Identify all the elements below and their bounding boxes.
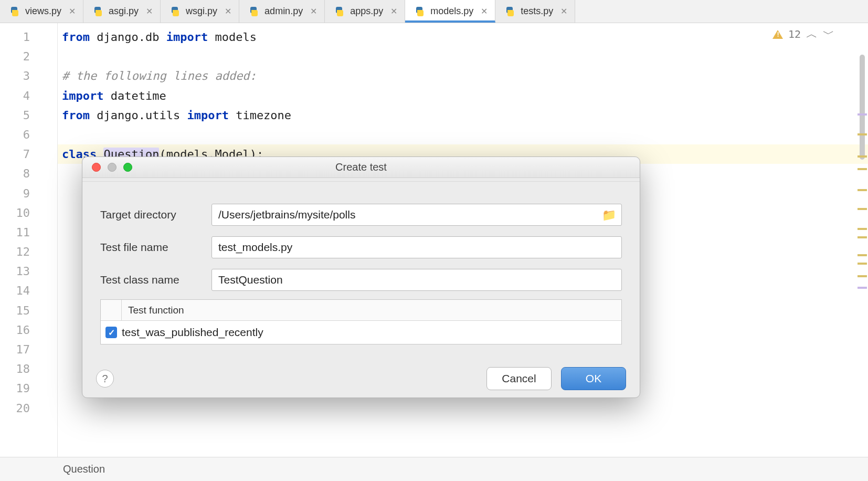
test-class-name-field[interactable]: TestQuestion xyxy=(211,269,622,291)
test-class-name-label: Test class name xyxy=(100,274,211,286)
close-icon[interactable]: ✕ xyxy=(146,6,153,16)
close-icon[interactable]: ✕ xyxy=(481,6,488,16)
marker[interactable] xyxy=(858,113,867,116)
tab-label: apps.py xyxy=(350,6,383,17)
python-file-icon xyxy=(93,6,103,17)
marker[interactable] xyxy=(858,133,867,135)
marker-strip xyxy=(856,23,868,457)
code-line[interactable]: import datetime xyxy=(58,86,868,106)
cancel-button[interactable]: Cancel xyxy=(486,367,552,390)
tab-models[interactable]: models.py ✕ xyxy=(405,0,495,23)
dialog-footer: ? Cancel OK xyxy=(82,360,640,398)
line-number: 13 xyxy=(0,262,57,281)
tab-apps[interactable]: apps.py ✕ xyxy=(325,0,405,23)
tab-admin[interactable]: admin.py ✕ xyxy=(239,0,325,23)
code-line[interactable] xyxy=(58,47,868,66)
editor-tab-bar: views.py ✕ asgi.py ✕ wsgi.py ✕ admin.py … xyxy=(0,0,868,23)
marker[interactable] xyxy=(858,168,867,170)
line-number: 3 xyxy=(0,66,57,86)
target-directory-value: /Users/jetbrains/mysite/polls xyxy=(218,208,355,221)
marker[interactable] xyxy=(858,275,867,277)
ok-button[interactable]: OK xyxy=(561,367,626,390)
target-directory-row: Target directory /Users/jetbrains/mysite… xyxy=(100,198,622,231)
test-file-name-label: Test file name xyxy=(100,241,211,254)
code-line[interactable] xyxy=(58,125,868,144)
tab-wsgi[interactable]: wsgi.py ✕ xyxy=(161,0,239,23)
test-class-name-row: Test class name TestQuestion xyxy=(100,264,622,296)
checkbox-cell[interactable]: ✓ xyxy=(101,327,122,338)
close-icon[interactable]: ✕ xyxy=(310,6,317,16)
marker[interactable] xyxy=(858,155,867,158)
tab-label: models.py xyxy=(430,6,473,17)
line-number: 10 xyxy=(0,203,57,223)
line-number: 12 xyxy=(0,242,57,262)
function-column-header[interactable]: Test function xyxy=(122,305,184,316)
line-number: 17 xyxy=(0,340,57,359)
marker[interactable] xyxy=(858,236,867,238)
marker[interactable] xyxy=(858,263,867,265)
marker[interactable] xyxy=(858,287,867,289)
target-directory-label: Target directory xyxy=(100,208,211,221)
line-number: 2 xyxy=(0,47,57,66)
breadcrumb-bar: Question xyxy=(0,457,868,481)
code-line[interactable]: # the following lines added: xyxy=(58,66,868,86)
warning-icon xyxy=(772,30,783,39)
function-name: test_was_published_recently xyxy=(122,326,263,339)
tab-label: asgi.py xyxy=(109,6,139,17)
marker[interactable] xyxy=(858,254,867,256)
python-file-icon xyxy=(170,6,181,17)
close-icon[interactable]: ✕ xyxy=(69,6,76,16)
close-icon[interactable]: ✕ xyxy=(390,6,397,16)
tab-tests[interactable]: tests.py ✕ xyxy=(495,0,575,23)
python-file-icon xyxy=(334,6,345,17)
target-directory-field[interactable]: /Users/jetbrains/mysite/polls 📁 xyxy=(211,204,622,226)
next-highlight-icon[interactable]: ﹀ xyxy=(823,26,834,42)
line-number: 20 xyxy=(0,399,57,418)
dialog-body: Target directory /Users/jetbrains/mysite… xyxy=(82,181,640,360)
close-icon[interactable]: ✕ xyxy=(225,6,231,16)
tab-label: admin.py xyxy=(264,6,303,17)
test-file-name-value: test_models.py xyxy=(218,241,292,254)
python-file-icon xyxy=(249,6,259,17)
folder-icon[interactable]: 📁 xyxy=(602,208,616,222)
close-icon[interactable]: ✕ xyxy=(560,6,567,16)
scrollbar-thumb[interactable] xyxy=(860,55,865,160)
code-line[interactable]: from django.db import models xyxy=(58,27,868,47)
dialog-title: Create test xyxy=(82,161,640,173)
table-row[interactable]: ✓ test_was_published_recently xyxy=(101,321,621,344)
python-file-icon xyxy=(505,6,515,17)
marker[interactable] xyxy=(858,228,867,230)
marker[interactable] xyxy=(858,189,867,191)
code-line[interactable]: from django.utils import timezone xyxy=(58,106,868,125)
tab-label: tests.py xyxy=(521,6,553,17)
tab-views[interactable]: views.py ✕ xyxy=(0,0,83,23)
breadcrumb[interactable]: Question xyxy=(63,463,105,475)
line-number: 11 xyxy=(0,223,57,242)
warning-count: 12 xyxy=(788,28,801,40)
python-file-icon xyxy=(415,6,425,17)
python-file-icon xyxy=(9,6,20,17)
help-button[interactable]: ? xyxy=(96,370,114,388)
line-number: 9 xyxy=(0,184,57,203)
line-number: 1 xyxy=(0,27,57,47)
inspection-summary[interactable]: 12 ︿ ﹀ xyxy=(772,26,834,42)
checkbox-column-header[interactable] xyxy=(101,300,122,320)
test-class-name-value: TestQuestion xyxy=(218,274,283,286)
test-function-table: Test function ✓ test_was_published_recen… xyxy=(100,299,622,344)
line-number: 8 xyxy=(0,164,57,183)
tab-asgi[interactable]: asgi.py ✕ xyxy=(83,0,161,23)
line-number: 4 xyxy=(0,86,57,106)
prev-highlight-icon[interactable]: ︿ xyxy=(806,26,818,42)
tab-label: views.py xyxy=(25,6,61,17)
create-test-dialog: Create test Target directory /Users/jetb… xyxy=(82,156,640,398)
test-file-name-row: Test file name test_models.py xyxy=(100,231,622,264)
table-header: Test function xyxy=(101,300,621,321)
checkbox-checked-icon[interactable]: ✓ xyxy=(105,327,117,338)
test-file-name-field[interactable]: test_models.py xyxy=(211,236,622,258)
marker[interactable] xyxy=(858,208,867,210)
dialog-titlebar[interactable]: Create test xyxy=(82,157,640,178)
gutter: 1 2 3 4 5 6 7 8 9 10 11 12 13 14 15 16 1… xyxy=(0,23,58,457)
line-number: 15 xyxy=(0,301,57,320)
line-number: 16 xyxy=(0,320,57,340)
line-number: 18 xyxy=(0,359,57,379)
